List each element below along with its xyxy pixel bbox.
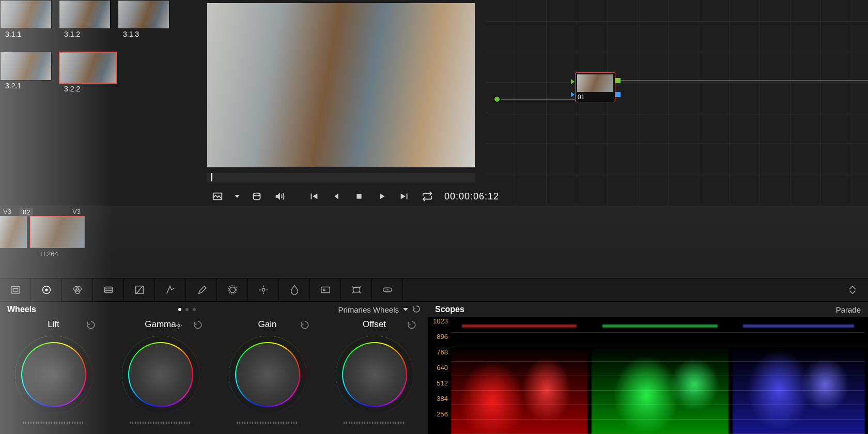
node-label: 01 [578,94,584,101]
color-wheels-panel: Lift Gamma Gain Offset [0,317,428,434]
gain-wheel-group: Gain [214,317,321,434]
node-graph[interactable] [486,0,868,204]
gallery-thumb-label: 3.1.1 [5,30,21,38]
wheel-label: Offset [363,319,386,330]
gamma-color-wheel[interactable] [122,336,199,413]
tracker-icon[interactable] [248,278,279,302]
picker-icon[interactable] [175,321,183,332]
step-back-icon[interactable] [331,191,342,202]
scope-axis: 1023 896 768 640 512 384 256 [428,317,451,434]
gallery-thumb-label: 3.1.3 [123,30,139,38]
scopes-mode-label[interactable]: Parade [836,305,861,314]
image-mode-icon[interactable] [212,191,223,202]
volume-icon[interactable] [274,191,285,202]
viewer-scrubber[interactable] [207,173,475,182]
scope-tick: 896 [437,333,448,340]
gain-color-wheel[interactable] [229,336,306,413]
gain-master-jog[interactable] [234,419,301,427]
color-wheels-icon[interactable] [31,278,62,302]
lift-color-wheel[interactable] [15,336,92,413]
timeline-clip-selected[interactable] [30,216,85,248]
node-thumbnail [577,74,613,92]
lift-master-jog[interactable] [20,419,87,427]
offset-color-wheel[interactable] [336,336,413,413]
expand-icon[interactable] [837,278,868,302]
svg-point-19 [178,324,180,327]
timeline-track-label: V3 [72,208,81,215]
scopes-title: Scopes [435,305,464,314]
wheels-title: Wheels [7,305,36,314]
scopes-panel-header: Scopes Parade [428,302,868,317]
timeline-clip-number[interactable]: 02 [20,208,33,216]
scope-tick: 768 [437,348,448,356]
gallery-thumb[interactable] [59,0,111,29]
qualifier-icon[interactable] [186,278,217,302]
svg-rect-4 [13,288,18,291]
loop-icon[interactable] [422,191,433,202]
gamma-master-jog[interactable] [127,419,194,427]
motion-effects-icon[interactable] [93,278,124,302]
prev-clip-icon[interactable] [308,191,319,202]
lift-wheel-group: Lift [0,317,107,434]
svg-rect-10 [104,287,112,293]
svg-rect-3 [11,287,20,293]
wheel-label: Gain [258,319,277,330]
wheel-label: Gamma [145,319,176,330]
rgb-mixer-icon[interactable] [62,278,93,302]
timeline-clip[interactable] [0,216,27,248]
node-output-alpha-icon[interactable] [615,92,621,97]
wheels-page-dots[interactable] [178,308,196,311]
gallery-thumb[interactable] [0,52,52,81]
key-icon[interactable] [310,278,341,302]
stereo-3d-icon[interactable] [372,278,403,302]
parade-scope[interactable] [451,319,865,434]
reset-icon[interactable] [86,320,96,332]
node-source-dot[interactable] [493,96,501,103]
reset-icon[interactable] [407,320,416,332]
timeline-clip-codec: H.264 [40,250,58,258]
curves-icon[interactable] [124,278,155,302]
svg-point-14 [262,288,265,291]
reset-all-icon[interactable] [412,305,421,315]
node-input-rgb-icon[interactable] [571,79,575,84]
svg-point-16 [323,289,325,291]
timeline-thumbnails [0,206,868,278]
bypass-icon[interactable] [251,191,262,202]
node-connection [501,99,575,100]
gallery-thumb[interactable] [118,0,169,29]
play-icon[interactable] [376,191,388,202]
blur-icon[interactable] [279,278,310,302]
node-input-alpha-icon[interactable] [571,92,575,97]
viewer-playhead[interactable] [211,173,212,181]
svg-point-1 [254,193,260,196]
next-clip-icon[interactable] [399,191,410,202]
gallery-thumb-label: 3.2.1 [5,82,21,90]
viewer-preview[interactable] [207,3,475,168]
sizing-icon[interactable] [341,278,372,302]
node[interactable]: 01 [575,72,615,102]
wheels-mode-label[interactable]: Primaries Wheels [338,305,399,314]
stop-icon[interactable] [353,191,365,202]
camera-raw-icon[interactable] [0,278,31,302]
chevron-down-icon[interactable] [403,308,408,311]
reset-icon[interactable] [193,320,203,332]
svg-point-12 [229,287,235,293]
parade-red-channel [451,324,587,434]
scope-tick: 1023 [433,317,448,325]
wheels-panel-header: Wheels Primaries Wheels [0,302,428,317]
node-connection [621,80,868,81]
reset-icon[interactable] [300,320,309,332]
scope-tick: 384 [437,395,448,402]
parade-green-channel [592,324,728,434]
color-warper-icon[interactable] [155,278,186,302]
scope-tick: 512 [437,379,448,387]
palette-toolbar [0,278,868,302]
svg-rect-15 [321,287,330,293]
offset-master-jog[interactable] [341,419,408,427]
node-output-rgb-icon[interactable] [615,78,621,83]
window-icon[interactable] [217,278,248,302]
gallery-thumb[interactable] [0,0,52,29]
gallery-thumb-selected[interactable] [59,52,117,84]
gallery-thumb-label: 3.2.2 [64,85,80,93]
chevron-down-icon[interactable] [235,195,240,198]
